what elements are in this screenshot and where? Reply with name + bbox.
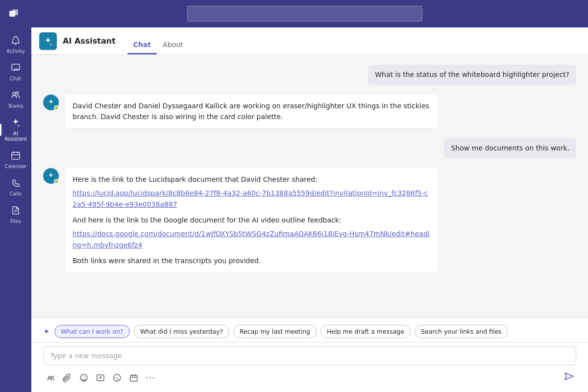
ai-avatar [43, 95, 59, 110]
tab-chat[interactable]: Chat [127, 27, 157, 54]
format-icon[interactable] [43, 370, 58, 385]
message-input[interactable]: Type a new message [43, 346, 576, 365]
schedule-icon[interactable] [126, 370, 141, 385]
input-placeholder: Type a new message [50, 352, 122, 360]
teams-icon [11, 90, 21, 102]
svg-point-13 [82, 376, 83, 377]
ai-bubble: David Chester and Daniel Dyssegaard Kall… [65, 95, 438, 128]
ai-assistant-icon [11, 118, 21, 129]
ms-teams-logo [6, 6, 22, 22]
ai-text-middle: And here is the link to the Google docum… [73, 215, 430, 225]
send-button[interactable] [562, 369, 576, 386]
chip-recap-last-meeting[interactable]: Recap my last meeting [233, 325, 317, 338]
sticker-icon[interactable] [110, 370, 124, 385]
lucidspark-link[interactable]: https://lucid.app/lucidspark/8c8b6e84-27… [73, 189, 428, 208]
chip-search-links[interactable]: Search your links and files [415, 325, 508, 338]
sidebar-item-ai-assistant[interactable]: AI Assistant [0, 114, 31, 146]
ai-avatar [43, 168, 59, 184]
svg-point-4 [13, 92, 16, 95]
svg-point-5 [16, 92, 19, 95]
teams-label: Teams [8, 103, 24, 109]
topbar [0, 0, 588, 27]
chip-what-can-i-work-on[interactable]: What can I work on? [54, 325, 129, 338]
sidebar: Activity Chat Teams [0, 27, 31, 392]
sidebar-item-teams[interactable]: Teams [0, 86, 31, 113]
calls-icon [11, 178, 21, 190]
svg-point-14 [85, 376, 86, 377]
sparkle-icon: ✦ [43, 327, 49, 336]
message-row: Show me documents on this work. [43, 138, 576, 158]
chip-help-draft[interactable]: Help me draft a message [320, 325, 411, 338]
calls-label: Calls [10, 191, 22, 196]
attach-icon[interactable] [60, 370, 74, 385]
chat-header: AI Assistant Chat About [31, 27, 588, 55]
app-title: AI Assistant [63, 36, 116, 46]
input-toolbar: ··· [43, 369, 576, 386]
files-icon [11, 205, 21, 217]
app-icon [39, 32, 57, 50]
sidebar-item-calls[interactable]: Calls [0, 174, 31, 200]
status-dot [54, 179, 59, 184]
status-dot [54, 105, 59, 110]
activity-icon [11, 35, 21, 47]
calendar-icon [11, 150, 21, 162]
chat-label: Chat [10, 76, 21, 81]
ai-text-outro: Both links were shared in the transcript… [73, 255, 430, 266]
more-options-icon[interactable]: ··· [143, 370, 158, 385]
content-area: AI Assistant Chat About What is the stat… [31, 27, 588, 392]
files-label: Files [10, 219, 21, 224]
tab-about[interactable]: About [157, 27, 189, 54]
global-search[interactable] [187, 6, 422, 22]
activity-label: Activity [6, 49, 24, 54]
ai-bubble-links: Here is the link to the Lucidspark docum… [65, 168, 438, 272]
main-layout: Activity Chat Teams [0, 27, 588, 392]
svg-rect-6 [12, 152, 20, 159]
svg-rect-17 [130, 375, 137, 381]
header-tabs: Chat About [127, 27, 189, 54]
svg-point-2 [15, 44, 17, 45]
sidebar-item-chat[interactable]: Chat [0, 59, 31, 85]
chip-what-did-i-miss[interactable]: What did I miss yesterday? [134, 325, 229, 338]
message-row: David Chester and Daniel Dyssegaard Kall… [43, 95, 576, 128]
suggestions-area: ✦ What can I work on? What did I miss ye… [31, 319, 588, 342]
user-bubble: What is the status of the whiteboard hig… [368, 65, 576, 85]
user-bubble: Show me documents on this work. [444, 138, 576, 158]
message-row: What is the status of the whiteboard hig… [43, 65, 576, 85]
ai-assistant-label: AI Assistant [2, 131, 29, 142]
input-area: Type a new message [31, 342, 588, 392]
svg-rect-1 [12, 9, 18, 15]
chat-icon [11, 63, 21, 74]
giphy-icon[interactable] [93, 370, 108, 385]
sidebar-item-files[interactable]: Files [0, 201, 31, 228]
calendar-label: Calendar [5, 164, 27, 169]
sidebar-item-activity[interactable]: Activity [0, 31, 31, 58]
google-doc-link[interactable]: https://docs.google.com/document/d/1wJfO… [73, 230, 430, 248]
ai-text-intro: Here is the link to the Lucidspark docum… [73, 174, 430, 185]
message-row: Here is the link to the Lucidspark docum… [43, 168, 576, 272]
sidebar-item-calendar[interactable]: Calendar [0, 147, 31, 173]
emoji-icon[interactable] [76, 370, 91, 385]
messages-area: What is the status of the whiteboard hig… [31, 55, 588, 319]
